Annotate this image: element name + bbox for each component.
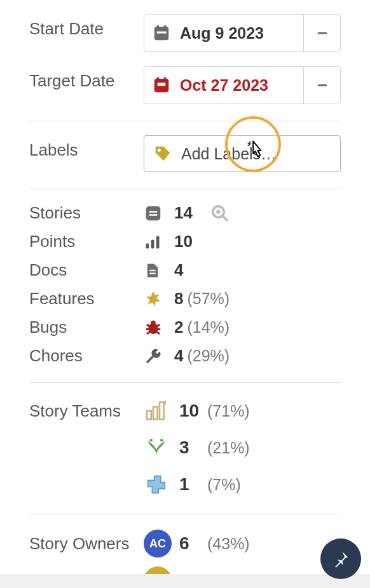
svg-rect-4 xyxy=(317,32,327,34)
labels-label: Labels xyxy=(29,135,144,160)
svg-line-15 xyxy=(223,215,228,220)
target-date-value: Oct 27 2023 xyxy=(180,76,268,95)
svg-point-32 xyxy=(149,439,153,442)
docs-value: 4 xyxy=(174,260,183,280)
team-icon-2 xyxy=(144,435,179,460)
bottom-shade xyxy=(0,574,370,588)
owner-1-pct: (43%) xyxy=(207,535,250,553)
pin-button[interactable] xyxy=(320,538,361,579)
bugs-value: 2 xyxy=(174,317,183,337)
stories-icon xyxy=(144,204,169,223)
owner-1-value: 6 xyxy=(179,533,207,554)
zoom-in-icon[interactable] xyxy=(210,204,230,223)
svg-point-33 xyxy=(160,439,163,442)
team-3-value: 1 xyxy=(179,474,207,495)
doc-icon xyxy=(144,262,169,279)
features-label: Features xyxy=(29,289,144,309)
tag-icon xyxy=(153,144,172,163)
svg-rect-7 xyxy=(164,77,167,81)
stories-value: 14 xyxy=(174,203,193,223)
calendar-alert-icon xyxy=(152,76,171,95)
bugs-label: Bugs xyxy=(29,317,144,337)
svg-point-31 xyxy=(151,320,156,325)
svg-rect-22 xyxy=(149,272,155,274)
svg-rect-12 xyxy=(149,211,158,213)
team-2-pct: (21%) xyxy=(207,439,250,457)
svg-rect-13 xyxy=(149,214,158,216)
svg-point-10 xyxy=(158,149,161,152)
team-1-pct: (71%) xyxy=(207,402,250,420)
chores-value: 4 xyxy=(174,346,183,366)
svg-rect-18 xyxy=(146,243,149,248)
chores-pct: (29%) xyxy=(187,347,230,365)
add-labels-text: Add Labels… xyxy=(181,145,277,163)
svg-rect-20 xyxy=(156,236,160,248)
story-teams-label: Story Teams xyxy=(29,401,144,421)
bug-icon xyxy=(144,318,169,337)
start-date-label: Start Date xyxy=(29,14,144,39)
avatar: AC xyxy=(144,530,172,558)
target-date-label: Target Date xyxy=(29,66,144,91)
svg-line-29 xyxy=(147,331,150,334)
svg-rect-21 xyxy=(149,269,155,271)
start-date-field[interactable]: Aug 9 2023 xyxy=(144,14,341,52)
calendar-icon xyxy=(152,23,171,43)
svg-line-25 xyxy=(147,324,150,327)
bugs-pct: (14%) xyxy=(187,318,230,337)
team-icon-1 xyxy=(144,398,179,424)
team-1-value: 10 xyxy=(179,401,207,421)
svg-rect-2 xyxy=(164,25,167,29)
features-value: 8 xyxy=(174,289,183,309)
svg-rect-19 xyxy=(151,239,154,248)
svg-rect-3 xyxy=(157,32,167,34)
svg-rect-8 xyxy=(158,83,166,86)
docs-label: Docs xyxy=(29,260,144,280)
story-owners-label: Story Owners xyxy=(29,534,144,554)
svg-rect-6 xyxy=(157,77,160,81)
star-burst-icon xyxy=(144,290,169,309)
svg-rect-11 xyxy=(146,206,161,220)
team-3-pct: (7%) xyxy=(207,476,241,494)
svg-marker-23 xyxy=(146,291,161,306)
stories-label: Stories xyxy=(29,203,144,223)
start-date-value: Aug 9 2023 xyxy=(180,24,264,43)
team-2-value: 3 xyxy=(179,438,207,458)
points-label: Points xyxy=(29,232,144,251)
start-date-clear-button[interactable] xyxy=(303,15,340,51)
svg-line-26 xyxy=(156,324,160,327)
team-icon-3 xyxy=(144,472,179,497)
target-date-field[interactable]: Oct 27 2023 xyxy=(144,66,341,104)
features-pct: (57%) xyxy=(187,290,230,308)
svg-rect-9 xyxy=(317,84,327,86)
add-labels-button[interactable]: Add Labels… xyxy=(144,135,341,172)
wrench-icon xyxy=(144,347,169,366)
target-date-clear-button[interactable] xyxy=(303,67,340,104)
chores-label: Chores xyxy=(29,346,144,366)
bar-chart-icon xyxy=(144,233,169,251)
svg-rect-1 xyxy=(157,25,160,29)
svg-line-30 xyxy=(156,331,160,334)
points-value: 10 xyxy=(174,232,193,251)
